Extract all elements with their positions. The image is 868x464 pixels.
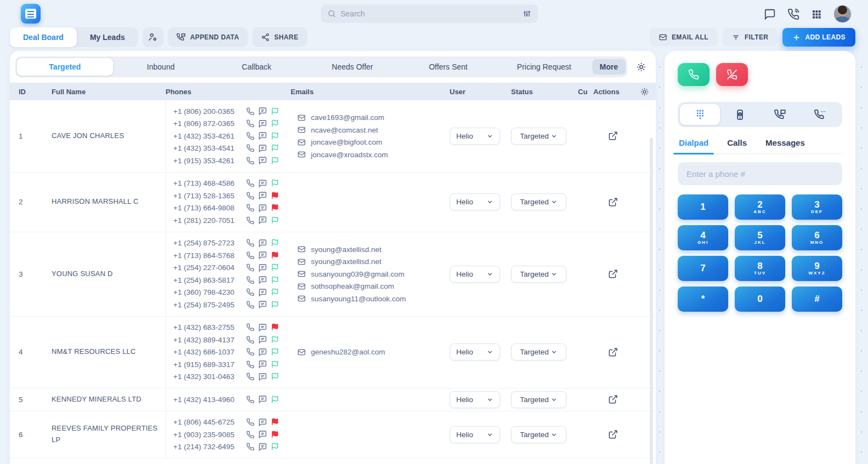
dialpad-key-8[interactable]: 8 TUV <box>735 256 785 281</box>
phone-flag-icon[interactable] <box>271 431 279 439</box>
call-phone-icon[interactable] <box>246 431 254 439</box>
message-phone-icon[interactable] <box>258 156 267 165</box>
sliders-icon[interactable] <box>523 9 531 18</box>
user-dropdown[interactable]: Helio <box>450 426 500 443</box>
call-phone-icon[interactable] <box>246 157 254 165</box>
call-phone-icon[interactable] <box>246 396 254 404</box>
status-dropdown[interactable]: Targeted <box>511 343 566 360</box>
user-dropdown[interactable]: Helio <box>450 391 500 408</box>
add-leads-button[interactable]: ADD LEADS <box>782 28 855 47</box>
dialpad-key-6[interactable]: 6 MNO <box>792 225 842 250</box>
call-phone-icon[interactable] <box>246 263 254 272</box>
phone-flag-icon[interactable] <box>271 107 279 116</box>
avatar[interactable] <box>833 5 852 23</box>
phone-flag-icon[interactable] <box>271 239 279 247</box>
phone-flag-icon[interactable] <box>271 276 279 284</box>
call-phone-icon[interactable] <box>246 373 254 381</box>
message-phone-icon[interactable] <box>258 360 267 369</box>
board-tab-callback[interactable]: Callback <box>209 58 305 76</box>
tab-dialpad[interactable]: Dialpad <box>678 138 710 153</box>
user-dropdown[interactable]: Helio <box>450 266 500 283</box>
dialpad-key-1[interactable]: 1 <box>678 194 728 220</box>
open-lead-button[interactable] <box>608 197 618 207</box>
phone-flag-icon[interactable] <box>271 348 279 356</box>
message-phone-icon[interactable] <box>258 239 267 248</box>
user-dropdown[interactable]: Helio <box>450 343 500 360</box>
open-lead-button[interactable] <box>608 429 618 439</box>
message-phone-icon[interactable] <box>258 119 267 128</box>
call-button[interactable] <box>678 63 710 86</box>
phone-dots-mode-icon[interactable] <box>800 104 840 125</box>
call-phone-icon[interactable] <box>246 418 254 426</box>
chat-icon[interactable] <box>764 8 776 20</box>
board-tab-targeted[interactable]: Targeted <box>17 58 113 76</box>
message-phone-icon[interactable] <box>258 430 267 439</box>
tab-calls[interactable]: Calls <box>726 138 748 153</box>
call-phone-icon[interactable] <box>246 301 254 309</box>
dialpad-key-2[interactable]: 2 ABC <box>735 194 785 220</box>
table-scrollbar[interactable] <box>650 138 653 464</box>
status-dropdown[interactable]: Targeted <box>511 193 566 210</box>
phone-flag-icon[interactable] <box>271 157 279 165</box>
board-tab-inbound[interactable]: Inbound <box>113 58 209 76</box>
board-tab-needs-offer[interactable]: Needs Offer <box>304 58 400 76</box>
tab-my-leads[interactable]: My Leads <box>77 27 138 47</box>
phone-flag-icon[interactable] <box>271 418 279 426</box>
board-tab-more[interactable]: More <box>592 59 626 75</box>
call-phone-icon[interactable] <box>246 323 254 331</box>
open-lead-button[interactable] <box>608 269 618 279</box>
call-phone-icon[interactable] <box>246 192 254 200</box>
search-bar[interactable]: Search <box>321 4 538 23</box>
user-settings-button[interactable] <box>143 27 163 47</box>
message-phone-icon[interactable] <box>258 418 267 427</box>
phone-flag-icon[interactable] <box>271 336 279 344</box>
status-dropdown[interactable]: Targeted <box>511 426 566 443</box>
phone-flag-icon[interactable] <box>271 301 279 309</box>
call-phone-icon[interactable] <box>246 144 254 152</box>
board-settings-gear-icon[interactable] <box>632 58 650 76</box>
dialpad-key-#[interactable]: # <box>792 287 842 312</box>
phone-flag-icon[interactable] <box>271 216 279 225</box>
call-phone-icon[interactable] <box>246 132 254 140</box>
phone-flag-icon[interactable] <box>271 323 279 331</box>
tab-messages[interactable]: Messages <box>764 138 806 153</box>
open-lead-button[interactable] <box>608 394 618 404</box>
tab-deal-board[interactable]: Deal Board <box>10 27 77 47</box>
phone-number-input[interactable]: Enter a phone # <box>678 162 842 185</box>
device-mode-icon[interactable] <box>720 104 760 125</box>
phone-message-mode-icon[interactable] <box>760 104 800 125</box>
email-all-button[interactable]: EMAIL ALL <box>650 28 717 47</box>
message-phone-icon[interactable] <box>258 204 267 213</box>
call-phone-icon[interactable] <box>246 179 254 187</box>
message-phone-icon[interactable] <box>258 263 267 272</box>
call-phone-icon[interactable] <box>246 119 254 128</box>
user-dropdown[interactable]: Helio <box>450 193 500 210</box>
open-lead-button[interactable] <box>608 131 618 141</box>
phone-flag-icon[interactable] <box>271 204 279 212</box>
phone-flag-icon[interactable] <box>271 179 279 187</box>
phone-flag-icon[interactable] <box>271 251 279 260</box>
call-phone-icon[interactable] <box>246 348 254 356</box>
message-phone-icon[interactable] <box>258 251 267 260</box>
message-phone-icon[interactable] <box>258 179 267 188</box>
phone-flag-icon[interactable] <box>271 288 279 296</box>
call-phone-icon[interactable] <box>246 288 254 296</box>
dialpad-key-9[interactable]: 9 WXYZ <box>792 256 842 281</box>
status-dropdown[interactable]: Targeted <box>511 266 566 283</box>
call-phone-icon[interactable] <box>246 443 254 451</box>
dialpad-mode-icon[interactable] <box>680 104 720 125</box>
filter-button[interactable]: FILTER <box>723 28 778 47</box>
message-phone-icon[interactable] <box>258 107 267 116</box>
call-phone-icon[interactable] <box>246 251 254 260</box>
call-phone-icon[interactable] <box>246 216 254 225</box>
phone-flag-icon[interactable] <box>271 132 279 140</box>
open-lead-button[interactable] <box>608 347 618 357</box>
status-dropdown[interactable]: Targeted <box>511 128 566 145</box>
message-phone-icon[interactable] <box>258 443 267 451</box>
message-phone-icon[interactable] <box>258 300 267 309</box>
board-tab-offers-sent[interactable]: Offers Sent <box>400 58 496 76</box>
phone-flag-icon[interactable] <box>271 192 279 200</box>
dialpad-key-5[interactable]: 5 JKL <box>735 225 785 250</box>
dialpad-key-0[interactable]: 0 <box>735 287 785 312</box>
dialpad-key-*[interactable]: * <box>678 287 728 312</box>
